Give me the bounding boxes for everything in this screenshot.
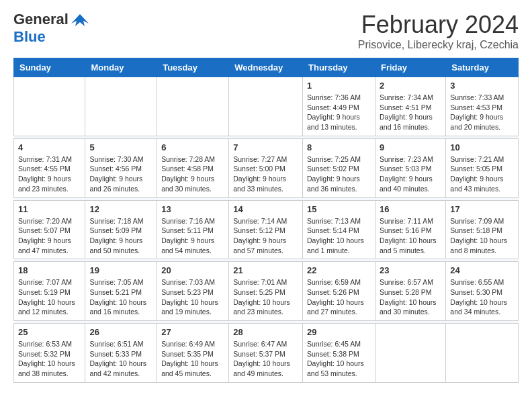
calendar-cell bbox=[375, 324, 445, 383]
calendar-day-header: Tuesday bbox=[157, 58, 229, 77]
day-number: 11 bbox=[18, 204, 81, 214]
title-block: February 2024 Prisovice, Liberecky kraj,… bbox=[358, 11, 519, 51]
day-info: Sunrise: 7:27 AM Sunset: 5:00 PM Dayligh… bbox=[233, 154, 298, 194]
day-number: 15 bbox=[307, 204, 371, 214]
calendar-cell: 2Sunrise: 7:34 AM Sunset: 4:51 PM Daylig… bbox=[375, 77, 445, 136]
logo-general-text: General bbox=[13, 11, 69, 28]
calendar-cell: 7Sunrise: 7:27 AM Sunset: 5:00 PM Daylig… bbox=[229, 138, 303, 197]
day-info: Sunrise: 7:18 AM Sunset: 5:09 PM Dayligh… bbox=[89, 216, 152, 256]
day-number: 29 bbox=[307, 327, 371, 337]
day-info: Sunrise: 7:01 AM Sunset: 5:25 PM Dayligh… bbox=[233, 277, 298, 317]
calendar-cell bbox=[157, 77, 229, 136]
day-info: Sunrise: 7:09 AM Sunset: 5:18 PM Dayligh… bbox=[450, 216, 514, 256]
calendar-cell: 23Sunrise: 6:57 AM Sunset: 5:28 PM Dayli… bbox=[375, 262, 445, 321]
day-info: Sunrise: 7:31 AM Sunset: 4:55 PM Dayligh… bbox=[18, 154, 81, 194]
day-info: Sunrise: 6:51 AM Sunset: 5:33 PM Dayligh… bbox=[89, 339, 152, 379]
logo-text: General bbox=[13, 11, 90, 28]
day-info: Sunrise: 7:21 AM Sunset: 5:05 PM Dayligh… bbox=[450, 154, 514, 194]
day-info: Sunrise: 7:07 AM Sunset: 5:19 PM Dayligh… bbox=[18, 277, 81, 317]
calendar: SundayMondayTuesdayWednesdayThursdayFrid… bbox=[13, 58, 519, 383]
day-number: 26 bbox=[89, 327, 152, 337]
day-info: Sunrise: 7:23 AM Sunset: 5:03 PM Dayligh… bbox=[380, 154, 441, 194]
logo: General Blue bbox=[13, 11, 90, 46]
day-number: 25 bbox=[18, 327, 81, 337]
calendar-cell: 29Sunrise: 6:45 AM Sunset: 5:38 PM Dayli… bbox=[303, 324, 375, 383]
day-number: 10 bbox=[450, 142, 514, 152]
day-info: Sunrise: 7:33 AM Sunset: 4:53 PM Dayligh… bbox=[450, 93, 514, 132]
calendar-cell: 17Sunrise: 7:09 AM Sunset: 5:18 PM Dayli… bbox=[446, 200, 519, 259]
day-info: Sunrise: 7:34 AM Sunset: 4:51 PM Dayligh… bbox=[380, 93, 441, 132]
calendar-cell: 4Sunrise: 7:31 AM Sunset: 4:55 PM Daylig… bbox=[14, 138, 85, 197]
day-info: Sunrise: 7:03 AM Sunset: 5:23 PM Dayligh… bbox=[161, 277, 224, 317]
day-info: Sunrise: 6:59 AM Sunset: 5:26 PM Dayligh… bbox=[307, 277, 371, 317]
day-number: 1 bbox=[307, 81, 371, 91]
page: General Blue February 2024 Prisovice, Li… bbox=[0, 0, 532, 394]
day-info: Sunrise: 6:57 AM Sunset: 5:28 PM Dayligh… bbox=[380, 277, 441, 317]
day-number: 9 bbox=[380, 142, 441, 152]
day-info: Sunrise: 7:13 AM Sunset: 5:14 PM Dayligh… bbox=[307, 216, 371, 256]
day-number: 18 bbox=[18, 265, 81, 275]
day-number: 2 bbox=[380, 81, 441, 91]
day-info: Sunrise: 7:11 AM Sunset: 5:16 PM Dayligh… bbox=[380, 216, 441, 256]
calendar-cell bbox=[229, 77, 303, 136]
calendar-cell: 20Sunrise: 7:03 AM Sunset: 5:23 PM Dayli… bbox=[157, 262, 229, 321]
day-info: Sunrise: 6:55 AM Sunset: 5:30 PM Dayligh… bbox=[450, 277, 514, 317]
calendar-cell: 13Sunrise: 7:16 AM Sunset: 5:11 PM Dayli… bbox=[157, 200, 229, 259]
calendar-day-header: Thursday bbox=[303, 58, 375, 77]
day-number: 14 bbox=[233, 204, 298, 214]
calendar-cell: 14Sunrise: 7:14 AM Sunset: 5:12 PM Dayli… bbox=[229, 200, 303, 259]
week-row: 4Sunrise: 7:31 AM Sunset: 4:55 PM Daylig… bbox=[14, 138, 519, 197]
calendar-day-header: Monday bbox=[85, 58, 157, 77]
day-number: 12 bbox=[89, 204, 152, 214]
week-row: 1Sunrise: 7:36 AM Sunset: 4:49 PM Daylig… bbox=[14, 77, 519, 136]
day-number: 17 bbox=[450, 204, 514, 214]
day-info: Sunrise: 6:49 AM Sunset: 5:35 PM Dayligh… bbox=[161, 339, 224, 379]
day-info: Sunrise: 7:16 AM Sunset: 5:11 PM Dayligh… bbox=[161, 216, 224, 256]
day-number: 22 bbox=[307, 265, 371, 275]
calendar-cell: 26Sunrise: 6:51 AM Sunset: 5:33 PM Dayli… bbox=[85, 324, 157, 383]
day-number: 16 bbox=[380, 204, 441, 214]
day-number: 8 bbox=[307, 142, 371, 152]
day-info: Sunrise: 7:05 AM Sunset: 5:21 PM Dayligh… bbox=[89, 277, 152, 317]
calendar-cell: 15Sunrise: 7:13 AM Sunset: 5:14 PM Dayli… bbox=[303, 200, 375, 259]
week-row: 18Sunrise: 7:07 AM Sunset: 5:19 PM Dayli… bbox=[14, 262, 519, 321]
calendar-cell: 18Sunrise: 7:07 AM Sunset: 5:19 PM Dayli… bbox=[14, 262, 85, 321]
day-info: Sunrise: 7:28 AM Sunset: 4:58 PM Dayligh… bbox=[161, 154, 224, 194]
calendar-cell bbox=[85, 77, 157, 136]
calendar-cell: 8Sunrise: 7:25 AM Sunset: 5:02 PM Daylig… bbox=[303, 138, 375, 197]
location: Prisovice, Liberecky kraj, Czechia bbox=[358, 39, 519, 51]
day-number: 27 bbox=[161, 327, 224, 337]
day-number: 5 bbox=[89, 142, 152, 152]
calendar-cell bbox=[446, 324, 519, 383]
day-info: Sunrise: 7:30 AM Sunset: 4:56 PM Dayligh… bbox=[89, 154, 152, 194]
day-number: 4 bbox=[18, 142, 81, 152]
day-info: Sunrise: 6:47 AM Sunset: 5:37 PM Dayligh… bbox=[233, 339, 298, 379]
day-number: 21 bbox=[233, 265, 298, 275]
calendar-cell: 16Sunrise: 7:11 AM Sunset: 5:16 PM Dayli… bbox=[375, 200, 445, 259]
calendar-cell: 5Sunrise: 7:30 AM Sunset: 4:56 PM Daylig… bbox=[85, 138, 157, 197]
calendar-day-header: Friday bbox=[375, 58, 445, 77]
day-number: 3 bbox=[450, 81, 514, 91]
day-number: 6 bbox=[161, 142, 224, 152]
day-info: Sunrise: 7:20 AM Sunset: 5:07 PM Dayligh… bbox=[18, 216, 81, 256]
calendar-day-header: Saturday bbox=[446, 58, 519, 77]
day-info: Sunrise: 6:45 AM Sunset: 5:38 PM Dayligh… bbox=[307, 339, 371, 379]
day-number: 20 bbox=[161, 265, 224, 275]
header: General Blue February 2024 Prisovice, Li… bbox=[13, 11, 519, 51]
calendar-cell: 12Sunrise: 7:18 AM Sunset: 5:09 PM Dayli… bbox=[85, 200, 157, 259]
calendar-cell: 3Sunrise: 7:33 AM Sunset: 4:53 PM Daylig… bbox=[446, 77, 519, 136]
calendar-cell: 24Sunrise: 6:55 AM Sunset: 5:30 PM Dayli… bbox=[446, 262, 519, 321]
calendar-header-row: SundayMondayTuesdayWednesdayThursdayFrid… bbox=[14, 58, 519, 77]
calendar-cell: 28Sunrise: 6:47 AM Sunset: 5:37 PM Dayli… bbox=[229, 324, 303, 383]
calendar-day-header: Wednesday bbox=[229, 58, 303, 77]
calendar-cell: 27Sunrise: 6:49 AM Sunset: 5:35 PM Dayli… bbox=[157, 324, 229, 383]
calendar-cell: 25Sunrise: 6:53 AM Sunset: 5:32 PM Dayli… bbox=[14, 324, 85, 383]
day-number: 28 bbox=[233, 327, 298, 337]
calendar-cell: 21Sunrise: 7:01 AM Sunset: 5:25 PM Dayli… bbox=[229, 262, 303, 321]
logo-icon bbox=[70, 11, 90, 28]
calendar-cell bbox=[14, 77, 85, 136]
day-info: Sunrise: 7:14 AM Sunset: 5:12 PM Dayligh… bbox=[233, 216, 298, 256]
logo-blue-text: Blue bbox=[13, 28, 46, 46]
week-row: 25Sunrise: 6:53 AM Sunset: 5:32 PM Dayli… bbox=[14, 324, 519, 383]
day-number: 23 bbox=[380, 265, 441, 275]
